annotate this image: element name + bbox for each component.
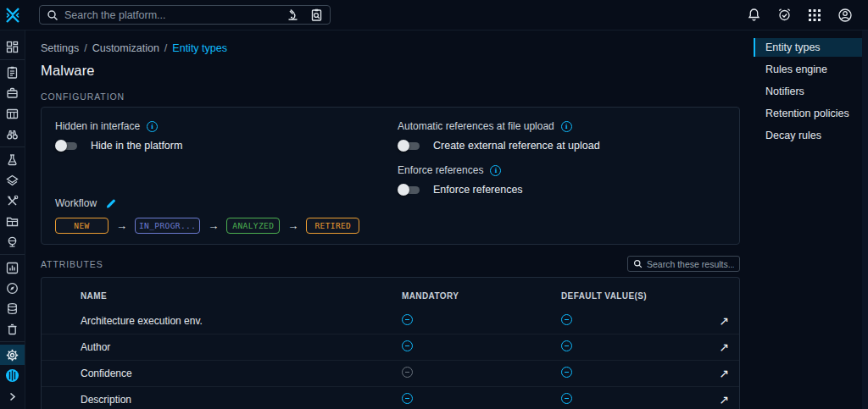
info-icon[interactable]: i bbox=[147, 121, 158, 132]
nav-analyses[interactable] bbox=[0, 63, 25, 83]
open-attribute-icon[interactable]: ↗ bbox=[698, 314, 729, 328]
hide-in-platform-row: Hide in the platform bbox=[55, 140, 398, 152]
mandatory-toggle-icon[interactable] bbox=[402, 393, 413, 404]
breadcrumb-entity-types[interactable]: Entity types bbox=[172, 42, 227, 54]
entities-folder-icon bbox=[6, 215, 19, 228]
advanced-search-microscope-icon[interactable] bbox=[287, 8, 299, 21]
main-content: Settings / Customization / Entity types … bbox=[25, 30, 754, 409]
rail-divider bbox=[0, 59, 25, 60]
notifications-bell-icon[interactable] bbox=[747, 8, 761, 22]
apps-grid-icon[interactable] bbox=[808, 8, 821, 22]
breadcrumb-separator: / bbox=[84, 42, 86, 54]
default-value-icon[interactable] bbox=[561, 340, 572, 351]
status-chip-in-progress[interactable]: IN_PROGR... bbox=[135, 218, 200, 234]
global-search-field[interactable] bbox=[39, 5, 331, 25]
threats-flask-icon bbox=[6, 153, 19, 166]
enforce-references-label: Enforce references bbox=[398, 164, 483, 176]
attribute-row[interactable]: Author ↗ bbox=[42, 334, 739, 361]
cases-briefcase-icon bbox=[6, 86, 19, 99]
alarm-check-icon[interactable] bbox=[777, 8, 792, 22]
create-external-reference-row: Create external reference at upload bbox=[398, 140, 726, 152]
left-nav-rail bbox=[0, 30, 25, 409]
account-circle-icon[interactable] bbox=[837, 8, 853, 23]
open-attribute-icon[interactable]: ↗ bbox=[698, 340, 729, 354]
events-table-icon bbox=[6, 108, 19, 120]
status-chip-new[interactable]: NEW bbox=[55, 218, 108, 234]
open-attribute-icon[interactable]: ↗ bbox=[698, 367, 729, 380]
attributes-search-field[interactable] bbox=[627, 256, 740, 272]
rail-bottom bbox=[0, 365, 25, 409]
menu-item-decay-rules[interactable]: Decay rules bbox=[754, 126, 862, 145]
menu-item-entity-types[interactable]: Entity types bbox=[754, 38, 862, 57]
nav-trash[interactable] bbox=[0, 318, 25, 339]
open-attribute-icon[interactable]: ↗ bbox=[698, 393, 729, 406]
automatic-references-label: Automatic references at file upload bbox=[398, 120, 554, 132]
breadcrumb-customization[interactable]: Customization bbox=[92, 42, 159, 54]
hide-in-platform-toggle-label: Hide in the platform bbox=[91, 140, 182, 152]
search-icon bbox=[633, 259, 643, 268]
workflow-label: Workflow bbox=[55, 197, 97, 209]
chevron-right-icon bbox=[8, 392, 17, 401]
opencti-settings-screen: Settings / Customization / Entity types … bbox=[0, 0, 868, 409]
nav-observations[interactable] bbox=[0, 124, 25, 144]
bulk-search-clipboard-icon[interactable] bbox=[310, 8, 323, 21]
vertical-scrollbar[interactable] bbox=[862, 30, 868, 409]
enforce-references-row: Enforce references bbox=[398, 184, 726, 196]
create-external-reference-toggle[interactable] bbox=[398, 140, 422, 152]
nav-techniques[interactable] bbox=[0, 191, 25, 211]
mandatory-toggle-icon[interactable] bbox=[402, 314, 413, 325]
breadcrumb: Settings / Customization / Entity types bbox=[41, 42, 740, 54]
attribute-name: Author bbox=[81, 341, 388, 353]
attributes-search-input[interactable] bbox=[647, 259, 734, 269]
menu-item-rules-engine[interactable]: Rules engine bbox=[754, 60, 862, 79]
rail-divider bbox=[0, 254, 25, 255]
default-value-icon[interactable] bbox=[561, 314, 572, 325]
nav-investigations[interactable] bbox=[0, 278, 25, 298]
menu-item-notifiers[interactable]: Notifiers bbox=[754, 82, 862, 101]
default-value-icon[interactable] bbox=[561, 393, 572, 404]
settings-gear-icon bbox=[6, 349, 19, 362]
breadcrumb-settings[interactable]: Settings bbox=[41, 42, 79, 54]
arrow-right-icon: → bbox=[287, 219, 298, 232]
arsenal-layers-icon bbox=[6, 174, 19, 187]
workflow-label-row: Workflow bbox=[55, 197, 398, 209]
nav-events[interactable] bbox=[0, 103, 25, 124]
platform-logo[interactable] bbox=[0, 6, 25, 25]
nav-settings[interactable] bbox=[0, 345, 25, 365]
hide-in-platform-toggle[interactable] bbox=[55, 140, 80, 152]
mandatory-toggle-icon[interactable] bbox=[402, 367, 413, 378]
enforce-references-toggle[interactable] bbox=[398, 184, 422, 196]
trash-icon bbox=[6, 323, 19, 335]
nav-locations[interactable] bbox=[0, 231, 25, 251]
nav-data[interactable] bbox=[0, 298, 25, 318]
default-value-icon[interactable] bbox=[561, 367, 572, 378]
status-chip-retired[interactable]: RETIRED bbox=[306, 218, 359, 234]
enforce-references-label-row: Enforce references i bbox=[398, 164, 726, 176]
global-search-input[interactable] bbox=[64, 9, 281, 21]
nav-dashboards[interactable] bbox=[0, 257, 25, 278]
attribute-row[interactable]: Description ↗ bbox=[42, 387, 739, 409]
nav-threats[interactable] bbox=[0, 150, 25, 170]
data-database-icon bbox=[6, 302, 19, 315]
configuration-right-column: Automatic references at file upload i Cr… bbox=[398, 118, 726, 235]
menu-item-retention-policies[interactable]: Retention policies bbox=[754, 104, 862, 123]
attribute-row[interactable]: Confidence ↗ bbox=[42, 361, 739, 387]
filigran-logo[interactable] bbox=[5, 365, 19, 386]
dashboards-chart-icon bbox=[6, 262, 19, 274]
nav-cases[interactable] bbox=[0, 83, 25, 103]
configuration-left-column: Hidden in interface i Hide in the platfo… bbox=[55, 118, 398, 235]
info-icon[interactable]: i bbox=[490, 165, 501, 176]
attribute-row[interactable]: Architecture execution env. ↗ bbox=[42, 308, 739, 334]
attributes-table-header: NAME MANDATORY DEFAULT VALUE(S) bbox=[42, 278, 739, 308]
nav-entities[interactable] bbox=[0, 211, 25, 231]
settings-right-menu: Entity types Rules engine Notifiers Rete… bbox=[754, 30, 862, 409]
nav-dashboard[interactable] bbox=[0, 36, 25, 57]
status-chip-analyzed[interactable]: ANALYZED bbox=[226, 218, 280, 234]
mandatory-toggle-icon[interactable] bbox=[402, 340, 413, 351]
observations-binoculars-icon bbox=[6, 128, 19, 141]
expand-sidebar-button[interactable] bbox=[8, 386, 17, 407]
dashboard-icon bbox=[6, 41, 19, 53]
edit-pencil-icon[interactable] bbox=[105, 197, 117, 209]
info-icon[interactable]: i bbox=[561, 121, 572, 132]
nav-arsenal[interactable] bbox=[0, 170, 25, 191]
